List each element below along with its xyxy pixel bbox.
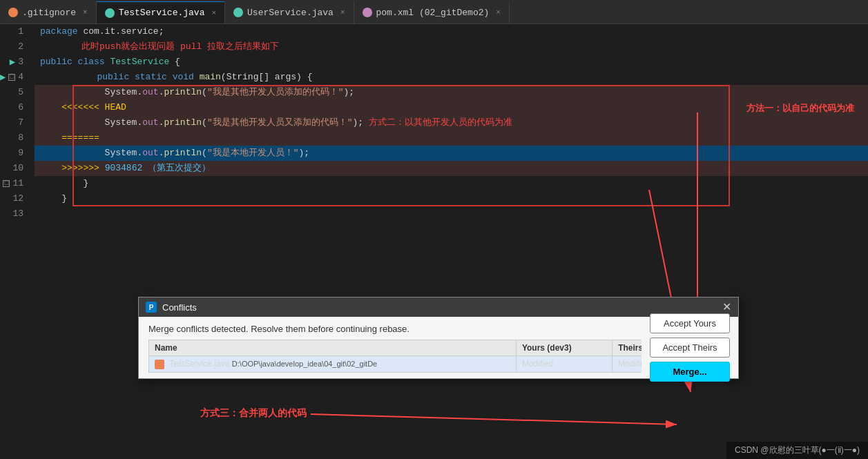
file-name: TestService.java: [169, 359, 232, 369]
accept-yours-button[interactable]: Accept Yours: [650, 313, 730, 333]
file-java-icon: [155, 360, 164, 369]
code-line-5: System.out.println("我是其他开发人员添加的代码！");: [35, 85, 868, 100]
line-num-11: □ 11: [0, 176, 23, 191]
line-num-7: 7: [0, 115, 23, 130]
dialog-title-label: Conflicts: [162, 302, 197, 313]
line-num-10: 10: [0, 161, 23, 176]
tab-userservice-close[interactable]: ×: [340, 8, 345, 17]
line-num-2: 2: [0, 39, 23, 55]
conflicts-dialog: P Conflicts ✕ Merge conflicts detected. …: [138, 297, 739, 379]
line-num-3: ▶ 3: [0, 55, 23, 70]
code-line-2: 此时push就会出现问题 pull 拉取之后结果如下: [35, 39, 868, 55]
code-line-3: public class TestService {: [35, 55, 868, 70]
tab-testservice-label: TestService.java: [119, 8, 205, 18]
userservice-icon: [233, 8, 243, 17]
dialog-buttons: Accept Yours Accept Theirs Merge...: [642, 317, 738, 378]
tab-pom-close[interactable]: ×: [496, 8, 501, 17]
tab-userservice-label: UserService.java: [247, 8, 334, 18]
tab-bar: .gitignore × TestService.java × UserServ…: [0, 0, 868, 24]
tab-testservice-close[interactable]: ×: [211, 9, 216, 17]
footer-csdn: CSDN @欣慰的三叶草(●一(ⅱ)一●): [726, 442, 868, 459]
tab-gitignore-close[interactable]: ×: [83, 8, 88, 17]
dialog-title-bar: P Conflicts ✕: [139, 297, 738, 317]
tab-gitignore-label: .gitignore: [22, 8, 76, 18]
table-cell-yours: Modified: [516, 356, 612, 373]
line-num-1: 1: [0, 24, 23, 39]
pom-icon: [363, 8, 372, 17]
dialog-app-icon: P: [146, 302, 157, 313]
merge-button[interactable]: Merge...: [650, 362, 730, 382]
code-line-13: [35, 206, 868, 222]
code-line-1: package com.it.service;: [35, 24, 868, 39]
dialog-title-left: P Conflicts: [146, 302, 197, 313]
code-area[interactable]: package com.it.service; 此时push就会出现问题 pul…: [35, 24, 868, 459]
dialog-close-button[interactable]: ✕: [722, 302, 731, 313]
fold-icon-11[interactable]: □: [3, 180, 10, 187]
code-line-6: <<<<<<< HEAD: [35, 100, 868, 115]
table-cell-name: TestService.java D:\OOP\java\develop_ide…: [149, 356, 517, 373]
tab-pom[interactable]: pom.xml (02_gitDemo2) ×: [354, 1, 510, 23]
accept-theirs-button[interactable]: Accept Theirs: [650, 338, 730, 358]
code-line-9: System.out.println("我是本地开发人员！");: [35, 146, 868, 161]
tab-testservice[interactable]: TestService.java ×: [97, 1, 225, 23]
line-num-5: 5: [0, 85, 23, 100]
fold-icon-4[interactable]: □: [8, 74, 15, 81]
tab-pom-label: pom.xml (02_gitDemo2): [376, 8, 490, 18]
code-line-12: }: [35, 191, 868, 206]
breakpoint-arrow-4: ▶: [0, 70, 6, 85]
editor: 1 2 ▶ 3 ▶ □ 4 5 6 7 8 9 10 □ 11 12 13 pa…: [0, 24, 868, 459]
code-line-4: public static void main(String[] args) {: [35, 70, 868, 85]
code-line-11: }: [35, 176, 868, 191]
line-num-8: 8: [0, 130, 23, 146]
table-header-name: Name: [149, 340, 517, 356]
csdn-watermark: CSDN @欣慰的三叶草(●一(ⅱ)一●): [735, 445, 860, 455]
code-line-7: System.out.println("我是其他开发人员又添加的代码！"); 方…: [35, 115, 868, 130]
file-path: D:\OOP\java\develop_idea\04_git\02_gitDe: [232, 360, 377, 368]
line-num-13: 13: [0, 206, 23, 222]
gitignore-icon: [8, 8, 18, 17]
breakpoint-arrow-3: ▶: [10, 55, 15, 70]
tab-userservice[interactable]: UserService.java ×: [225, 1, 354, 23]
code-line-10: >>>>>>> 9034862 （第五次提交）: [35, 161, 868, 176]
dialog-content-wrapper: Merge conflicts detected. Resolve them b…: [139, 317, 738, 378]
line-num-4: ▶ □ 4: [0, 70, 23, 85]
line-numbers: 1 2 ▶ 3 ▶ □ 4 5 6 7 8 9 10 □ 11 12 13: [0, 24, 35, 459]
line-num-12: 12: [0, 191, 23, 206]
line-num-6: 6: [0, 100, 23, 115]
table-header-yours: Yours (dev3): [516, 340, 612, 356]
code-line-8: =======: [35, 130, 868, 146]
testservice-icon: [105, 8, 115, 18]
tab-gitignore[interactable]: .gitignore ×: [0, 1, 97, 23]
line-num-9: 9: [0, 146, 23, 161]
